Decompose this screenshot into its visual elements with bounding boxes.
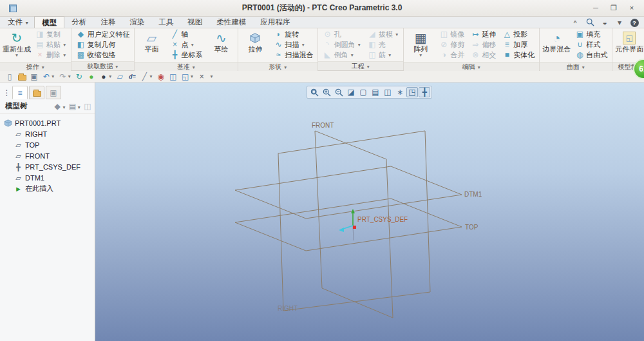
view-manager-button[interactable]: ◫ [167, 71, 179, 82]
revolve-button[interactable]: ◗旋转 [271, 29, 316, 39]
close-button[interactable]: × [626, 4, 638, 13]
extend-button[interactable]: ↦延伸 [468, 29, 498, 39]
fill-button[interactable]: ▣填充 [573, 29, 610, 39]
favorites-tab[interactable]: ▣ [46, 86, 61, 99]
customize-button[interactable]: ▼ [208, 71, 214, 82]
appearance-button[interactable]: ◉ [155, 71, 167, 82]
tree-link-button[interactable]: ◫ [83, 102, 92, 111]
minimize-button[interactable]: ─ [590, 4, 601, 13]
shrinkwrap-button[interactable]: ▩收缩包络 [73, 50, 132, 60]
tab-render[interactable]: 渲染 [122, 16, 151, 28]
solidify-button[interactable]: ■实体化 [500, 50, 537, 60]
swept-blend-button[interactable]: ≈扫描混合 [271, 50, 316, 60]
display-style-view-button[interactable]: ▢ [357, 87, 369, 97]
component-interface-button[interactable]: ◱元件界面 [614, 29, 644, 61]
tab-analysis[interactable]: 分析 [64, 16, 93, 28]
freestyle-button[interactable]: ◍自由式 [573, 50, 610, 60]
dropdown-button[interactable]: ▾ [615, 18, 624, 27]
extrude-button[interactable]: 拉伸 [240, 29, 270, 61]
tree-item-PRT_CSYS_DEF[interactable]: ╋PRT_CSYS_DEF [4, 161, 95, 172]
plane-display-button[interactable]: ▱ [114, 71, 126, 82]
ribbon-group-label[interactable]: 基准 ▼ [135, 62, 238, 71]
tree-item-FRONT[interactable]: ▱FRONT [4, 150, 95, 161]
ribbon-group-label[interactable]: 曲面 ▼ [540, 62, 612, 71]
dtm1-plane-label[interactable]: DTM1 [464, 191, 482, 198]
sweep-button[interactable]: ∿扫描▼ [271, 39, 316, 50]
collapse-ribbon-button[interactable]: ^ [571, 18, 580, 27]
csys-label[interactable]: PRT_CSYS_DEF [357, 216, 408, 223]
folder-browser-tab[interactable] [29, 86, 44, 99]
graphics-area[interactable]: FRONT DTM1 TOP RIGHT PRT_CSYS_DEF ◪▢▤◫∗◳… [95, 83, 644, 341]
regenerate-small-button[interactable]: ↻ [73, 71, 85, 82]
tab-view[interactable]: 视图 [180, 16, 209, 28]
chevron-down-icon: ▼ [24, 21, 29, 25]
undo-button[interactable]: ↶▼ [41, 71, 56, 82]
search-button[interactable] [585, 18, 594, 28]
sketch-button[interactable]: ∿草绘 [206, 29, 236, 61]
point-button[interactable]: ×点▼ [167, 39, 205, 50]
tree-item-TOP[interactable]: ▱TOP [4, 139, 95, 150]
spin-center-button[interactable]: ╋ [419, 87, 430, 97]
style-button[interactable]: ∪样式 [573, 39, 610, 50]
connect-button[interactable]: ◒ [600, 18, 609, 27]
ribbon-group-label[interactable]: 形状 ▼ [238, 62, 317, 71]
tree-item-PRT0001.PRT[interactable]: PRT0001.PRT [4, 117, 95, 128]
boundary-blend-button[interactable]: ◔边界混合 [542, 29, 571, 61]
regenerate-button[interactable]: ↻重新生成▼ [2, 29, 32, 61]
tab-applications[interactable]: 应用程序 [253, 16, 297, 28]
tree-item-DTM1[interactable]: ▱DTM1 [4, 172, 95, 183]
tree-toggle[interactable]: ⋮ [3, 86, 11, 99]
measure-button[interactable]: ╱▼ [138, 71, 154, 82]
zoom-out-button[interactable] [333, 87, 345, 97]
zoom-in-button[interactable] [321, 87, 332, 97]
green-sphere-button[interactable]: ● [86, 71, 97, 82]
front-plane-label[interactable]: FRONT [312, 122, 334, 129]
tab-flexible-modeling[interactable]: 柔性建模 [209, 16, 253, 28]
file-menu-button[interactable]: 文件 ▼ [3, 16, 34, 28]
repaint-button[interactable]: ◪ [345, 87, 357, 97]
csys-button[interactable]: ╋坐标系 [167, 50, 205, 60]
thicken-button[interactable]: ≡加厚 [500, 39, 537, 50]
tree-tools-button[interactable]: ◆▼ [53, 102, 66, 111]
right-plane-label[interactable]: RIGHT [278, 305, 298, 312]
ribbon-column: ▣填充∪样式◍自由式 [573, 29, 610, 60]
axis-button[interactable]: ╱轴 [167, 29, 205, 39]
annotation-display-button[interactable]: ◳ [406, 87, 418, 97]
window-display-button[interactable]: ◱▼ [180, 71, 195, 82]
save-button[interactable]: ▣ [28, 71, 40, 82]
udf-button[interactable]: ◆用户定义特征 [73, 29, 132, 39]
button-label: 元件界面 [615, 46, 643, 53]
copy-geometry-button[interactable]: ◧复制几何 [73, 39, 132, 50]
display-style-button[interactable]: ●▼ [98, 71, 113, 82]
restore-button[interactable]: ❐ [608, 4, 620, 13]
pattern-button[interactable]: ▦阵列▼ [406, 29, 435, 61]
model-tree-tab[interactable]: ≡ [12, 86, 28, 99]
dimension-display-button[interactable]: d= [126, 71, 138, 82]
tree-item-RIGHT[interactable]: ▱RIGHT [4, 128, 95, 139]
tab-tools[interactable]: 工具 [151, 16, 180, 28]
help-button[interactable]: ? [630, 18, 639, 27]
tab-model[interactable]: 模型 [34, 16, 64, 28]
top-plane-label[interactable]: TOP [465, 224, 478, 231]
chevron-down-icon: ▼ [15, 53, 19, 57]
new-file-button[interactable]: ▯ [4, 71, 15, 82]
tab-annotate[interactable]: 注释 [93, 16, 122, 28]
tree-settings-button[interactable]: ▤▼ [68, 102, 81, 111]
ribbon-group-body: ▱平面╱轴×点▼╋坐标系∿草绘 [135, 28, 238, 62]
ribbon-group-label[interactable]: 获取数据 ▼ [71, 61, 134, 70]
redo-button[interactable]: ↷▼ [57, 71, 72, 82]
front-plane-outline[interactable] [315, 131, 393, 318]
csys-triad[interactable] [339, 209, 356, 240]
tree-item-在此插入[interactable]: ►在此插入 [4, 183, 95, 194]
view-manager-view-button[interactable]: ◫ [382, 87, 393, 97]
open-button[interactable] [16, 71, 28, 82]
close-window-button[interactable]: × [196, 71, 207, 82]
saved-orientations-button[interactable]: ▤ [370, 87, 381, 97]
project-button[interactable]: △投影 [500, 29, 537, 39]
ribbon-group-label[interactable]: 编辑 ▼ [404, 62, 539, 71]
refit-button[interactable] [308, 87, 320, 97]
ribbon-group-label[interactable]: 操作 ▼ [0, 62, 71, 71]
datum-filters-button[interactable]: ∗ [394, 87, 406, 97]
plane-button[interactable]: ▱平面 [137, 29, 166, 61]
ribbon-group-label[interactable]: 工程 ▼ [318, 61, 403, 70]
